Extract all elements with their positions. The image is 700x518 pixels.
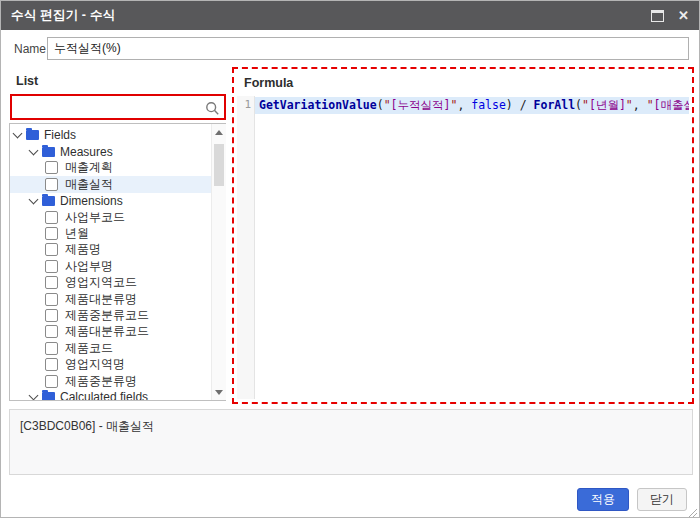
tree-item-label: 제품대분류명 <box>65 291 137 308</box>
tree-item-row[interactable]: 매출실적 <box>10 176 225 192</box>
code-token: ( <box>377 98 384 112</box>
status-text: [C3BDC0B06] - 매출실적 <box>10 410 692 443</box>
code-token: [매출실적] <box>654 98 689 112</box>
chevron-down-icon[interactable] <box>29 145 39 155</box>
tree-item-label: 매출실적 <box>65 176 113 193</box>
code-token: ForAll <box>534 98 576 112</box>
tree-item-label: 제품대분류코드 <box>65 323 149 340</box>
checkbox[interactable] <box>45 375 58 388</box>
field-tree: FieldsMeasures매출계획매출실적Dimensions사업부코드년월제… <box>9 123 226 401</box>
chevron-down-icon[interactable] <box>13 129 23 139</box>
resize-grip-icon[interactable] <box>686 504 697 515</box>
checkbox[interactable] <box>45 260 58 273</box>
formula-panel: Formula 1 GetVariationValue("[누적실적]", fa… <box>232 67 694 404</box>
tree-item-label: 제품코드 <box>65 340 113 357</box>
tree-item-label: 영업지역명 <box>65 356 125 373</box>
search-input[interactable] <box>12 96 204 118</box>
code-token: , <box>457 98 471 112</box>
search-box <box>10 94 226 120</box>
tree-item-label: Calculated fields <box>60 390 148 401</box>
checkbox[interactable] <box>45 227 58 240</box>
tree-item-label: Measures <box>60 145 113 159</box>
checkbox[interactable] <box>45 325 58 338</box>
checkbox[interactable] <box>45 161 58 174</box>
formula-code-line[interactable]: GetVariationValue("[누적실적]", false) / For… <box>255 97 689 114</box>
checkbox[interactable] <box>45 358 58 371</box>
name-input[interactable] <box>47 37 689 60</box>
code-token: [년월] <box>589 98 626 112</box>
tree-item-row[interactable]: 사업부코드 <box>10 209 225 225</box>
tree-item-label: 영업지역코드 <box>65 274 137 291</box>
status-box: [C3BDC0B06] - 매출실적 <box>9 409 693 475</box>
tree-folder-row[interactable]: Calculated fields <box>10 389 225 401</box>
list-panel-title: List <box>16 74 38 88</box>
formula-editor-dialog: 수식 편집기 - 수식 ✕ Name List FieldsMeasures매출… <box>0 0 700 518</box>
scroll-down-icon[interactable] <box>212 385 226 399</box>
checkbox[interactable] <box>45 243 58 256</box>
tree-item-label: 제품중분류명 <box>65 373 137 390</box>
maximize-icon[interactable] <box>651 10 664 22</box>
apply-button[interactable]: 적용 <box>577 488 629 511</box>
name-label: Name <box>14 42 46 56</box>
checkbox[interactable] <box>45 211 58 224</box>
folder-icon <box>42 392 55 401</box>
formula-editor[interactable]: 1 GetVariationValue("[누적실적]", false) / F… <box>237 96 689 399</box>
folder-icon <box>42 147 55 157</box>
tree-folder-row[interactable]: Fields <box>10 127 225 143</box>
tree-item-row[interactable]: 사업부명 <box>10 258 225 274</box>
tree-item-label: 사업부명 <box>65 258 113 275</box>
title-bar: 수식 편집기 - 수식 ✕ <box>1 1 699 30</box>
code-token: " <box>647 98 654 112</box>
tree-item-label: Fields <box>44 128 76 142</box>
code-token: " <box>626 98 633 112</box>
checkbox[interactable] <box>45 342 58 355</box>
chevron-down-icon[interactable] <box>29 194 39 204</box>
tree-scrollbar[interactable] <box>211 124 226 400</box>
dialog-title: 수식 편집기 - 수식 <box>11 7 115 24</box>
window-controls: ✕ <box>651 9 689 22</box>
tree-item-row[interactable]: 제품코드 <box>10 340 225 356</box>
search-icon[interactable] <box>204 96 224 118</box>
tree-item-label: 매출계획 <box>65 159 113 176</box>
line-number: 1 <box>244 98 251 111</box>
checkbox[interactable] <box>45 309 58 322</box>
code-token: ) / <box>506 98 534 112</box>
formula-panel-title: Formula <box>244 76 293 90</box>
checkbox[interactable] <box>45 178 58 191</box>
code-token: false <box>471 98 506 112</box>
close-icon[interactable]: ✕ <box>678 9 689 22</box>
code-area[interactable]: GetVariationValue("[누적실적]", false) / For… <box>255 96 689 399</box>
tree-item-row[interactable]: 영업지역코드 <box>10 275 225 291</box>
folder-icon <box>42 196 55 206</box>
formula-code: GetVariationValue("[누적실적]", false) / For… <box>259 98 689 113</box>
tree-item-row[interactable]: 제품대분류코드 <box>10 324 225 340</box>
tree-item-row[interactable]: 제품중분류명 <box>10 373 225 389</box>
tree-folder-row[interactable]: Measures <box>10 143 225 159</box>
tree-item-row[interactable]: 제품중분류코드 <box>10 307 225 323</box>
scroll-up-icon[interactable] <box>212 125 226 139</box>
code-token: GetVariationValue <box>259 98 377 112</box>
code-token: " <box>384 98 391 112</box>
tree-item-row[interactable]: 매출계획 <box>10 160 225 176</box>
tree-item-label: 년월 <box>65 225 89 242</box>
folder-icon <box>26 130 39 140</box>
tree-item-row[interactable]: 제품명 <box>10 242 225 258</box>
tree-item-row[interactable]: 영업지역명 <box>10 356 225 372</box>
code-token: [누적실적] <box>391 98 451 112</box>
checkbox[interactable] <box>45 276 58 289</box>
chevron-down-icon[interactable] <box>29 391 39 401</box>
tree-item-label: 제품명 <box>65 241 101 258</box>
tree-item-row[interactable]: 년월 <box>10 225 225 241</box>
tree-folder-row[interactable]: Dimensions <box>10 193 225 209</box>
scrollbar-thumb[interactable] <box>214 144 224 186</box>
tree-item-label: Dimensions <box>60 194 123 208</box>
code-token: ( <box>575 98 582 112</box>
tree-item-label: 제품중분류코드 <box>65 307 149 324</box>
tree-item-label: 사업부코드 <box>65 209 125 226</box>
line-number-gutter: 1 <box>237 96 255 399</box>
code-token: , <box>633 98 647 112</box>
code-token: " <box>582 98 589 112</box>
checkbox[interactable] <box>45 293 58 306</box>
tree-item-row[interactable]: 제품대분류명 <box>10 291 225 307</box>
close-button[interactable]: 닫기 <box>637 488 687 511</box>
